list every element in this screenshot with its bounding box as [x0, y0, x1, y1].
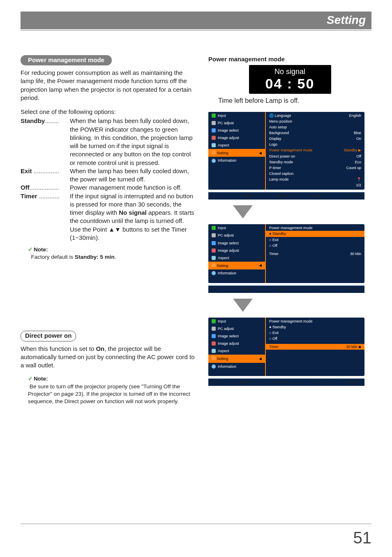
- check-icon: ✓: [28, 376, 33, 382]
- opt-desc-exit: When the lamp has been fully cooled down…: [70, 167, 196, 184]
- osd-footer-3: Exit◀Back◆Change▶-----OK Select: [208, 378, 364, 386]
- aspect-icon: [212, 143, 216, 147]
- opt-term-standby: Standby........: [21, 117, 70, 167]
- header-rule: [21, 30, 371, 30]
- section-heading-direct-power-on: Direct power on: [21, 331, 76, 341]
- arrow-down-icon: [233, 205, 253, 218]
- sidebar-item-setting[interactable]: Setting◀: [208, 149, 265, 157]
- page-number: 51: [353, 527, 372, 549]
- input-icon: [212, 114, 216, 118]
- nosignal-time: 04 : 50: [249, 77, 331, 91]
- osd-footer-1: Exit◀Back◆Move▶NextOK Next: [208, 192, 364, 200]
- opt-desc-standby: When the lamp has been fully cooled down…: [70, 117, 196, 167]
- pm-options-list: Standby........ When the lamp has been f…: [21, 117, 196, 242]
- setting-icon: [212, 150, 216, 154]
- pm-select-prompt: Select one of the following options:: [21, 108, 196, 116]
- osd-opt-standby[interactable]: ● Standby: [266, 231, 364, 237]
- pc-adjust-icon: [212, 121, 216, 125]
- osd-menu-3: Input PC adjust Image select Image adjus…: [208, 318, 364, 376]
- nosignal-label: No signal: [249, 67, 331, 77]
- opt-term-off: Off.................: [21, 183, 70, 192]
- opt-desc-timer: If the input signal is interrupted and n…: [70, 192, 196, 242]
- section-heading-power-management: Power management mode: [21, 55, 112, 65]
- chevron-left-icon: ◀: [259, 151, 262, 155]
- opt-term-timer: Timer ............: [21, 192, 70, 242]
- image-select-icon: [212, 128, 216, 132]
- osd-row-timer[interactable]: Timer30 Min ◆: [266, 344, 364, 350]
- sidebar-item-setting[interactable]: Setting◀: [208, 355, 265, 362]
- pm-note: ✓Note: Factory default is Standby: 5 min…: [28, 246, 196, 261]
- dp-text: When this function is set to On, the pro…: [21, 345, 196, 370]
- image-adjust-icon: [212, 136, 216, 140]
- pin-icon: 📍: [357, 177, 361, 182]
- opt-term-exit: Exit ...............: [21, 167, 70, 184]
- osd-main-panel: 🌐 LanguageEnglish Menu position Auto set…: [266, 112, 364, 190]
- osd-menu-2: Input PC adjust Image select Image adjus…: [208, 224, 364, 283]
- check-icon: ✓: [28, 246, 33, 253]
- osd-footer-2: Exit◀Back◆Move▶-----OK Select: [208, 285, 364, 293]
- osd-menu-1: Input PC adjust Image select Image adjus…: [208, 112, 364, 190]
- page-header: Setting: [21, 12, 371, 29]
- opt-desc-off: Power management mode function is off.: [70, 183, 196, 192]
- info-icon: [212, 159, 216, 163]
- sidebar-item-setting[interactable]: Setting◀: [208, 262, 265, 269]
- right-heading: Power management mode: [208, 55, 371, 63]
- nosignal-caption: Time left before Lamp is off.: [218, 96, 371, 105]
- arrow-down-icon: [233, 299, 253, 312]
- nosignal-display: No signal 04 : 50: [249, 65, 331, 94]
- footer-rule: [21, 524, 371, 524]
- dp-note: ✓Note: Be sure to turn off the projector…: [28, 375, 196, 405]
- osd-sidebar: Input PC adjust Image select Image adjus…: [208, 112, 266, 190]
- pm-intro: For reducing power consumption as well a…: [21, 69, 196, 102]
- osd-row-power-mgmt[interactable]: Power management modeStandby ▶: [269, 147, 361, 153]
